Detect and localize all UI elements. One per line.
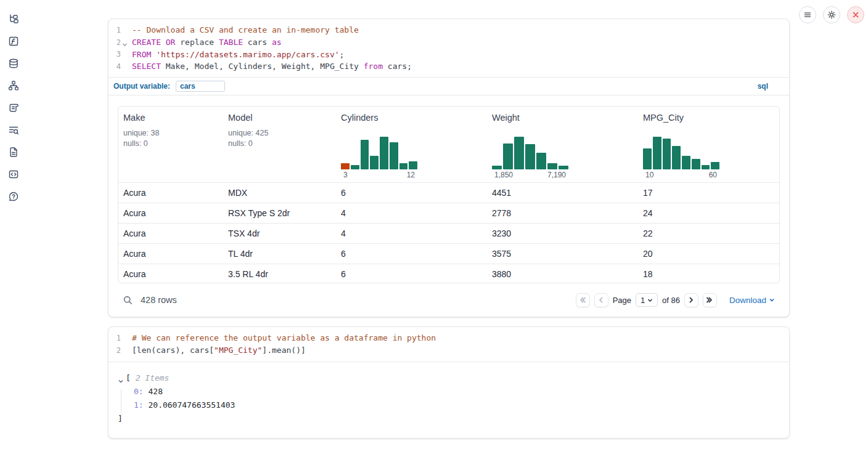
script-icon[interactable] bbox=[8, 102, 19, 113]
table-cell: 24 bbox=[638, 208, 779, 218]
dependency-graph-icon[interactable] bbox=[8, 80, 19, 91]
histogram-bar bbox=[351, 165, 359, 169]
settings-button[interactable] bbox=[823, 6, 840, 23]
output-variable-label: Output variable: bbox=[113, 82, 170, 91]
page-label: Page bbox=[613, 296, 631, 305]
prev-page-button[interactable] bbox=[594, 293, 608, 307]
logs-search-icon[interactable] bbox=[8, 124, 19, 136]
tree-entry: 1: 20.060747663551403 bbox=[118, 398, 789, 412]
column-name: Make bbox=[123, 113, 223, 123]
histogram-bar bbox=[711, 162, 719, 169]
column-name: Weight bbox=[492, 113, 638, 123]
pagination: Page 1 of 86 bbox=[576, 293, 717, 307]
histogram-bar bbox=[663, 139, 671, 169]
histogram-bar bbox=[653, 137, 661, 169]
column-histogram: 1060 bbox=[643, 137, 719, 179]
histogram-bar bbox=[399, 163, 408, 169]
table-cell: 3575 bbox=[487, 249, 638, 259]
page-total: of 86 bbox=[662, 296, 680, 305]
histogram-axis-labels: 312 bbox=[341, 171, 417, 179]
line-number: 1 bbox=[108, 334, 121, 342]
page-select-value: 1 bbox=[641, 296, 645, 305]
items-count-label: 2 Items bbox=[131, 371, 170, 385]
histogram-bar bbox=[547, 163, 557, 169]
table-header: Makeunique: 38nulls: 0Modelunique: 425nu… bbox=[118, 107, 779, 182]
download-button[interactable]: Download bbox=[729, 296, 775, 305]
histogram-bar bbox=[390, 142, 398, 169]
histogram-bar bbox=[361, 140, 369, 169]
table-column-header: Weight1,8507,190 bbox=[487, 107, 638, 182]
code-line: 2CREATE OR replace TABLE cars as bbox=[108, 36, 789, 49]
table-cell: Acura bbox=[118, 208, 223, 218]
table-cell: 4 bbox=[336, 208, 487, 218]
python-code-editor[interactable]: 1# We can reference the output variable … bbox=[108, 327, 789, 362]
entry-value: 20.060747663551403 bbox=[144, 400, 235, 410]
table-cell: Acura bbox=[118, 229, 223, 238]
table-row: AcuraMDX6445117 bbox=[118, 182, 779, 203]
line-number: 2 bbox=[108, 38, 121, 47]
table-cell: 3880 bbox=[487, 269, 638, 279]
table-row: AcuraRSX Type S 2dr4277824 bbox=[118, 203, 779, 223]
histogram-bars bbox=[341, 137, 417, 169]
search-icon[interactable] bbox=[123, 295, 133, 305]
histogram-bar bbox=[409, 161, 417, 169]
language-badge[interactable]: sql bbox=[758, 82, 768, 91]
top-right-controls bbox=[799, 6, 864, 23]
code-line: 3FROM 'https://datasets.marimo.app/cars.… bbox=[108, 48, 789, 60]
code-text: # We can reference the output variable a… bbox=[132, 333, 436, 342]
line-number: 2 bbox=[108, 346, 121, 355]
code-text: -- Download a CSV and create an in-memor… bbox=[132, 25, 359, 34]
menu-button[interactable] bbox=[799, 6, 816, 23]
histogram-bar bbox=[503, 144, 513, 169]
table-cell: 6 bbox=[336, 188, 487, 198]
entry-key: 0: bbox=[134, 387, 144, 396]
table-cell: 2778 bbox=[487, 208, 638, 218]
histogram-bar bbox=[492, 166, 502, 169]
document-icon[interactable] bbox=[8, 147, 19, 158]
table-cell: Acura bbox=[118, 269, 223, 279]
histogram-bar bbox=[514, 137, 524, 169]
column-name: Model bbox=[228, 113, 336, 123]
table-column-header: Cylinders312 bbox=[336, 107, 487, 182]
line-number: 3 bbox=[108, 50, 121, 59]
output-variable-input[interactable] bbox=[176, 81, 225, 92]
table-row: AcuraTSX 4dr4323022 bbox=[118, 223, 779, 243]
histogram-bar bbox=[370, 156, 379, 169]
table-cell: MDX bbox=[223, 188, 336, 198]
chevron-down-icon bbox=[647, 297, 653, 303]
help-icon[interactable] bbox=[8, 191, 19, 202]
entry-value: 428 bbox=[144, 387, 163, 396]
fold-chevron-icon[interactable] bbox=[122, 41, 128, 46]
collapse-chevron-icon[interactable] bbox=[118, 375, 124, 381]
column-stats: unique: 425nulls: 0 bbox=[228, 128, 336, 148]
last-page-button[interactable] bbox=[703, 293, 717, 307]
table-cell: RSX Type S 2dr bbox=[223, 208, 336, 218]
table-cell: 17 bbox=[638, 188, 779, 198]
snippets-code-icon[interactable] bbox=[8, 169, 19, 180]
table-row: AcuraTL 4dr6357520 bbox=[118, 243, 779, 264]
table-column-header: Makeunique: 38nulls: 0 bbox=[118, 107, 223, 182]
table-cell: 3230 bbox=[487, 229, 638, 238]
table-cell: 18 bbox=[638, 269, 779, 279]
column-stats: unique: 38nulls: 0 bbox=[123, 128, 223, 148]
database-icon[interactable] bbox=[8, 58, 19, 69]
page-select[interactable]: 1 bbox=[636, 293, 658, 307]
file-tree-icon[interactable] bbox=[8, 14, 19, 25]
table-cell: Acura bbox=[118, 188, 223, 198]
histogram-bar bbox=[682, 156, 690, 169]
function-icon[interactable] bbox=[8, 36, 19, 47]
histogram-axis-labels: 1,8507,190 bbox=[492, 171, 568, 179]
first-page-button[interactable] bbox=[576, 293, 590, 307]
list-close-bracket: ] bbox=[118, 412, 789, 426]
histogram-bar bbox=[380, 137, 388, 169]
sql-cell: 1-- Download a CSV and create an in-memo… bbox=[108, 18, 790, 317]
table-cell: TSX 4dr bbox=[223, 229, 336, 238]
chevrons-left-icon bbox=[579, 296, 586, 304]
chevron-down-icon bbox=[769, 297, 775, 303]
list-open-bracket: [ bbox=[126, 371, 131, 385]
next-page-button[interactable] bbox=[684, 293, 698, 307]
result-table: Makeunique: 38nulls: 0Modelunique: 425nu… bbox=[118, 106, 780, 283]
table-cell: 6 bbox=[336, 249, 487, 259]
close-button[interactable] bbox=[847, 6, 864, 23]
sql-code-editor[interactable]: 1-- Download a CSV and create an in-memo… bbox=[108, 19, 789, 77]
